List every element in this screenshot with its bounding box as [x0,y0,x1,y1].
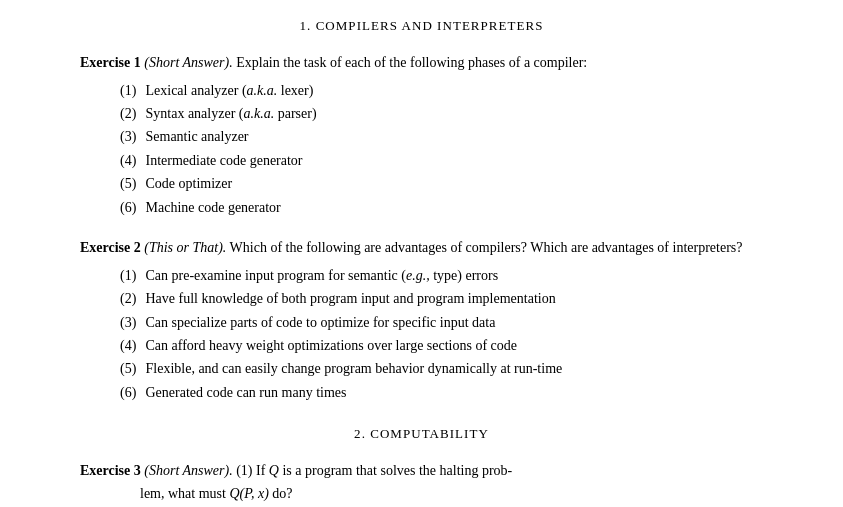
list-item: (1) Can pre-examine input program for se… [120,265,763,287]
exercise2-list: (1) Can pre-examine input program for se… [80,265,763,404]
exercise3-block: Exercise 3 (Short Answer). (1) If Q is a… [80,460,763,507]
exercise3-type: (Short Answer). [144,463,232,478]
list-item: (5) Code optimizer [120,173,763,195]
exercise1-list: (1) Lexical analyzer (a.k.a. lexer) (2) … [80,80,763,219]
exercise1-type: (Short Answer). [144,55,232,70]
exercise2-type: (This or That). [144,240,226,255]
exercise3-sub1-cont: lem, what must Q(P, x) do? [80,483,763,505]
list-item: (4) Intermediate code generator [120,150,763,172]
exercise2-text: Which of the following are advantages of… [230,240,743,255]
list-item: (3) Can specialize parts of code to opti… [120,312,763,334]
exercise1-intro: Exercise 1 (Short Answer). Explain the t… [80,52,763,74]
exercise3-intro: Exercise 3 (Short Answer). (1) If Q is a… [80,460,763,482]
list-item: (2) Have full knowledge of both program … [120,288,763,310]
list-item: (2) Syntax analyzer (a.k.a. parser) [120,103,763,125]
exercise2-label: Exercise 2 [80,240,141,255]
list-item: (3) Semantic analyzer [120,126,763,148]
exercise1-label: Exercise 1 [80,55,141,70]
exercise1-text: Explain the task of each of the followin… [236,55,587,70]
exercise1-block: Exercise 1 (Short Answer). Explain the t… [80,52,763,219]
section2-divider: 2. Computability [80,426,763,442]
list-item: (4) Can afford heavy weight optimization… [120,335,763,357]
page: 1. Compilers and Interpreters Exercise 1… [0,0,843,507]
exercise2-block: Exercise 2 (This or That). Which of the … [80,237,763,404]
list-item: (1) Lexical analyzer (a.k.a. lexer) [120,80,763,102]
list-item: (6) Generated code can run many times [120,382,763,404]
list-item: (5) Flexible, and can easily change prog… [120,358,763,380]
list-item: (6) Machine code generator [120,197,763,219]
section2-header: 2. Computability [354,426,489,441]
exercise3-label: Exercise 3 [80,463,141,478]
exercise2-intro: Exercise 2 (This or That). Which of the … [80,237,763,259]
section1-header: 1. Compilers and Interpreters [80,18,763,34]
exercise3-sub1: (1) If Q is a program that solves the ha… [236,463,512,478]
